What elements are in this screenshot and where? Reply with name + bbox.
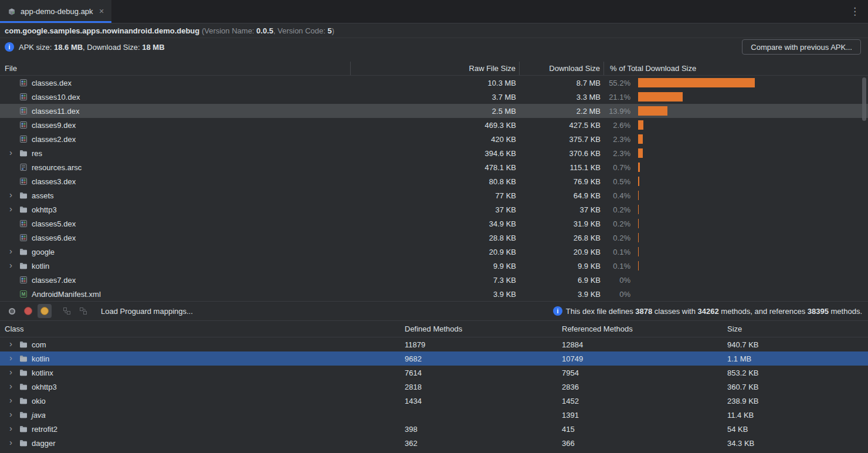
filter-fields-button[interactable] <box>21 304 35 318</box>
column-header-defined-methods[interactable]: Defined Methods <box>400 324 557 333</box>
chevron-right-icon[interactable]: › <box>9 424 19 432</box>
file-row[interactable]: classes9.dex469.3 KB427.5 KB2.6% <box>0 118 868 132</box>
dex-file-icon <box>19 92 28 102</box>
class-row[interactable]: ›com1187912884940.7 KB <box>0 337 868 351</box>
pct-bar <box>638 205 639 214</box>
raw-file-size: 2.5 MB <box>351 107 520 116</box>
chevron-right-icon[interactable]: › <box>9 340 19 348</box>
column-header-raw-file-size[interactable]: Raw File Size <box>351 62 520 75</box>
info-glyph: i <box>9 44 11 50</box>
class-row[interactable]: ›dagger36236634.3 KB <box>0 436 868 450</box>
compare-apk-button[interactable]: Compare with previous APK... <box>742 39 861 55</box>
chevron-right-icon[interactable]: › <box>9 410 19 418</box>
more-options-button[interactable]: ⋮ <box>842 5 868 18</box>
column-header-referenced-methods[interactable]: Referenced Methods <box>557 324 723 333</box>
class-row[interactable]: ›kotlin9682107491.1 MB <box>0 351 868 366</box>
dex-info-icon: i <box>553 306 562 316</box>
file-row[interactable]: classes11.dex2.5 MB2.2 MB13.9% <box>0 104 868 118</box>
file-row[interactable]: resources.arsc478.1 KB115.1 KB0.7% <box>0 160 868 174</box>
arsc-file-icon <box>19 163 28 172</box>
class-name: dagger <box>32 439 55 448</box>
pct-bar <box>638 120 643 130</box>
file-row[interactable]: ›google20.9 KB20.9 KB0.1% <box>0 245 868 259</box>
file-name-cell: classes5.dex <box>0 219 351 228</box>
chevron-right-icon[interactable]: › <box>9 368 19 376</box>
pct-bar-cell <box>633 78 868 87</box>
file-name-cell: classes3.dex <box>0 177 351 186</box>
download-size-value: 18 MB <box>142 43 164 52</box>
download-size: 8.7 MB <box>520 79 604 87</box>
file-name-cell: classes10.dex <box>0 92 351 102</box>
class-name-cell: ›com <box>0 340 400 349</box>
defined-methods: 1434 <box>400 397 557 405</box>
chevron-right-icon[interactable]: › <box>9 247 19 255</box>
scrollbar-thumb[interactable] <box>862 77 866 121</box>
folder-file-icon <box>19 261 28 271</box>
column-header-download-size[interactable]: Download Size <box>520 62 604 75</box>
file-row[interactable]: classes.dex10.3 MB8.7 MB55.2% <box>0 76 868 90</box>
file-row[interactable]: classes10.dex3.7 MB3.3 MB21.1% <box>0 90 868 104</box>
close-tab-icon[interactable]: ✕ <box>99 8 104 15</box>
referenced-methods: 10749 <box>557 354 723 363</box>
chevron-right-icon[interactable]: › <box>9 382 19 390</box>
chevron-right-icon[interactable]: › <box>9 396 19 404</box>
class-name-cell: ›okio <box>0 396 400 405</box>
file-row[interactable]: classes6.dex28.8 KB26.8 KB0.2% <box>0 231 868 245</box>
class-row[interactable]: ›retrofit239841554 KB <box>0 422 868 436</box>
collapse-all-button[interactable] <box>76 304 90 318</box>
column-header-file[interactable]: File <box>0 62 351 75</box>
tab-apk-file[interactable]: app-demo-debug.apk ✕ <box>0 0 111 23</box>
class-row[interactable]: ›kotlinx76147954853.2 KB <box>0 366 868 380</box>
file-row[interactable]: classes3.dex80.8 KB76.9 KB0.5% <box>0 174 868 188</box>
pct-bar-cell <box>633 261 868 271</box>
class-row[interactable]: ›okio14341452238.9 KB <box>0 394 868 408</box>
file-row[interactable]: ›kotlin9.9 KB9.9 KB0.1% <box>0 259 868 273</box>
filter-classes-button[interactable] <box>5 304 19 318</box>
file-row[interactable]: ›res394.6 KB370.6 KB2.3% <box>0 146 868 160</box>
raw-file-size: 420 KB <box>351 135 520 144</box>
file-name: classes5.dex <box>32 219 76 228</box>
file-row[interactable]: classes5.dex34.9 KB31.9 KB0.2% <box>0 217 868 231</box>
file-row[interactable]: classes7.dex7.3 KB6.9 KB0% <box>0 273 868 287</box>
class-name: okhttp3 <box>32 383 57 391</box>
class-name: kotlinx <box>32 369 53 377</box>
chevron-right-icon[interactable]: › <box>9 261 19 269</box>
column-header-class[interactable]: Class <box>0 324 400 333</box>
download-size: 26.8 KB <box>520 234 604 242</box>
file-name-cell: resources.arsc <box>0 163 351 172</box>
class-row[interactable]: ›java139111.4 KB <box>0 408 868 422</box>
file-row[interactable]: ›okhttp337 KB37 KB0.2% <box>0 202 868 217</box>
file-name: classes6.dex <box>32 234 76 242</box>
chevron-right-icon[interactable]: › <box>9 438 19 447</box>
chevron-right-icon[interactable]: › <box>9 354 19 362</box>
column-header-size[interactable]: Size <box>723 324 868 333</box>
file-row[interactable]: classes2.dex420 KB375.7 KB2.3% <box>0 132 868 146</box>
column-header-pct-of-total[interactable]: % of Total Download Size <box>604 64 868 73</box>
file-row[interactable]: ›assets77 KB64.9 KB0.4% <box>0 188 868 202</box>
editor-tab-bar: app-demo-debug.apk ✕ ⋮ <box>0 0 868 23</box>
load-proguard-mappings-button[interactable]: Load Proguard mappings... <box>101 307 193 316</box>
class-table: Class Defined Methods Referenced Methods… <box>0 321 868 450</box>
filter-methods-button[interactable] <box>38 304 52 318</box>
file-name: assets <box>32 191 54 200</box>
defined-methods: 2818 <box>400 383 557 391</box>
chevron-right-icon[interactable]: › <box>9 191 19 199</box>
chevron-right-icon[interactable]: › <box>9 205 19 213</box>
version-code-label: , Version Code: <box>273 26 328 35</box>
pct-bar-cell <box>633 205 868 214</box>
pct-bar <box>638 191 639 200</box>
file-row[interactable]: MAndroidManifest.xml3.9 KB3.9 KB0% <box>0 287 868 301</box>
apk-analyzer-window: app-demo-debug.apk ✕ ⋮ com.google.sample… <box>0 0 868 453</box>
pct-of-total-label: 0.4% <box>604 191 633 200</box>
version-name-value: 0.0.5 <box>256 26 273 35</box>
class-size: 238.9 KB <box>723 397 868 405</box>
class-row[interactable]: ›okhttp328182836360.7 KB <box>0 380 868 394</box>
expand-all-button[interactable] <box>60 304 74 318</box>
file-name: kotlin <box>32 262 49 271</box>
info-glyph: i <box>557 308 558 315</box>
chevron-right-icon[interactable]: › <box>9 148 19 157</box>
folder-file-icon <box>19 247 28 256</box>
referenced-methods: 366 <box>557 439 723 448</box>
file-name: classes11.dex <box>32 107 79 116</box>
tab-title: app-demo-debug.apk <box>21 7 93 16</box>
